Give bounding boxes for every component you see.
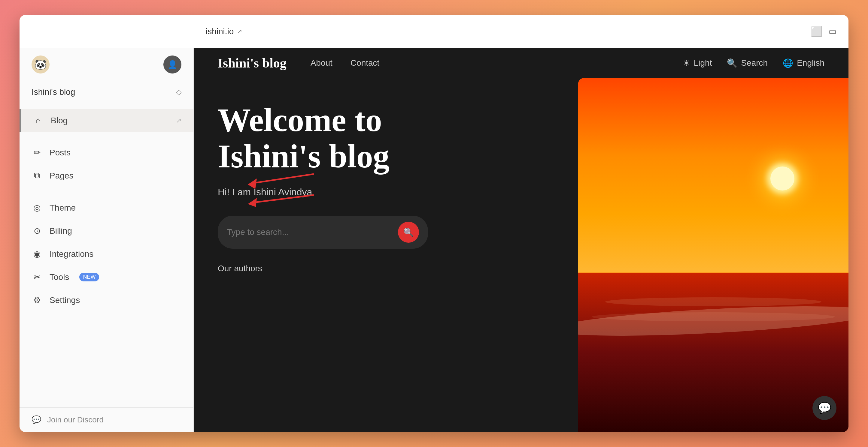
sidebar-avatars: 🐼 👤 — [20, 48, 193, 81]
sidebar-nav: ⌂ Blog ↗ ✏ Posts ⧉ Pages ◎ — [20, 103, 193, 407]
hero-subtitle: Hi! I am Ishini Avindya — [218, 186, 554, 198]
pages-icon: ⧉ — [32, 171, 42, 181]
language-toggle[interactable]: 🌐 English — [783, 58, 825, 68]
sidebar-item-posts[interactable]: ✏ Posts — [20, 141, 193, 164]
site-url-bar: ishini.io ↗ — [206, 27, 811, 36]
desktop-view-icon[interactable]: ⬜ — [811, 26, 823, 37]
globe-icon: 🌐 — [783, 58, 793, 68]
settings-icon: ⚙ — [32, 295, 42, 305]
theme-icon: ◎ — [32, 203, 42, 213]
blog-nav-links: About Contact — [311, 58, 380, 68]
tools-icon: ✂ — [32, 272, 42, 282]
sidebar-item-blog[interactable]: ⌂ Blog ↗ — [20, 109, 193, 132]
external-link-icon[interactable]: ↗ — [237, 28, 242, 35]
blog-selector-name: Ishini's blog — [32, 87, 75, 97]
sidebar-item-integrations[interactable]: ◉ Integrations — [20, 242, 193, 266]
search-label: Search — [741, 58, 768, 68]
main-area: 🐼 👤 Ishini's blog ◇ ⌂ Blog ↗ ✏ — [20, 48, 848, 432]
sidebar-item-label-blog: Blog — [51, 116, 68, 126]
sidebar-item-settings[interactable]: ⚙ Settings — [20, 288, 193, 312]
top-bar: ishini.io ↗ ⬜ ▭ — [20, 15, 848, 48]
hero-image — [578, 78, 848, 432]
discord-label: Join our Discord — [47, 415, 104, 424]
sidebar-item-label-tools: Tools — [50, 272, 69, 282]
app-window: ishini.io ↗ ⬜ ▭ 🐼 👤 Ishini's blog ◇ — [20, 15, 848, 432]
chat-bubble-icon: 💬 — [818, 402, 831, 414]
light-label: Light — [694, 58, 712, 68]
integrations-icon: ◉ — [32, 249, 42, 259]
sidebar-item-theme[interactable]: ◎ Theme — [20, 196, 193, 219]
hero-search-bar: 🔍 — [218, 216, 428, 249]
sidebar-item-label-theme: Theme — [50, 203, 76, 213]
sun-graphic — [770, 167, 795, 191]
sidebar-item-label-settings: Settings — [50, 296, 80, 305]
hero-search-input[interactable] — [227, 228, 398, 237]
robot-avatar[interactable]: 🐼 — [32, 56, 50, 73]
hero-section: Welcome to Ishini's blog Hi! I am Ishini… — [194, 78, 848, 432]
chat-bubble-button[interactable]: 💬 — [812, 396, 836, 420]
blog-navigation: Ishini's blog About Contact ☀ Light 🔍 Se… — [194, 48, 848, 78]
pencil-icon: ✏ — [32, 148, 42, 158]
search-icon-nav: 🔍 — [727, 58, 737, 68]
nav-link-contact[interactable]: Contact — [350, 58, 380, 68]
hero-left: Welcome to Ishini's blog Hi! I am Ishini… — [194, 78, 578, 432]
waves-graphic — [578, 297, 848, 326]
hero-title-line2: Ishini's blog — [218, 138, 390, 175]
nav-link-about[interactable]: About — [311, 58, 333, 68]
sidebar: 🐼 👤 Ishini's blog ◇ ⌂ Blog ↗ ✏ — [20, 48, 194, 432]
home-icon: ⌂ — [33, 116, 43, 126]
sun-icon: ☀ — [683, 58, 690, 68]
hero-search-button[interactable]: 🔍 — [398, 222, 419, 243]
sidebar-item-label-billing: Billing — [50, 226, 72, 236]
billing-icon: ⊙ — [32, 226, 42, 236]
search-btn-icon: 🔍 — [403, 228, 414, 237]
tools-badge: NEW — [79, 273, 99, 281]
language-label: English — [797, 58, 825, 68]
view-toggle-group: ⬜ ▭ — [811, 26, 836, 37]
sidebar-item-label-integrations: Integrations — [50, 249, 93, 259]
blog-preview: Ishini's blog About Contact ☀ Light 🔍 Se… — [194, 48, 848, 432]
discord-link[interactable]: 💬 Join our Discord — [20, 407, 193, 432]
our-authors-link[interactable]: Our authors — [218, 264, 554, 273]
sky-layer — [578, 78, 848, 273]
external-icon-blog: ↗ — [176, 117, 181, 125]
hero-title: Welcome to Ishini's blog — [218, 102, 554, 175]
search-toggle[interactable]: 🔍 Search — [727, 58, 768, 68]
mobile-view-icon[interactable]: ▭ — [829, 26, 836, 36]
blog-selector[interactable]: Ishini's blog ◇ — [20, 81, 193, 103]
sidebar-item-label-pages: Pages — [50, 171, 73, 181]
hero-image-container — [578, 78, 848, 432]
sidebar-item-billing[interactable]: ⊙ Billing — [20, 219, 193, 242]
hero-title-line1: Welcome to — [218, 102, 382, 138]
sidebar-item-pages[interactable]: ⧉ Pages — [20, 164, 193, 187]
discord-icon: 💬 — [32, 415, 41, 424]
light-mode-toggle[interactable]: ☀ Light — [683, 58, 712, 68]
sidebar-item-label-posts: Posts — [50, 148, 70, 158]
blog-nav-right: ☀ Light 🔍 Search 🌐 English — [683, 58, 825, 68]
sidebar-item-tools[interactable]: ✂ Tools NEW — [20, 266, 193, 288]
site-url-text: ishini.io — [206, 27, 234, 36]
user-avatar[interactable]: 👤 — [163, 56, 181, 73]
blog-logo: Ishini's blog — [218, 56, 286, 71]
water-graphic — [578, 273, 848, 432]
chevron-icon: ◇ — [176, 88, 181, 96]
